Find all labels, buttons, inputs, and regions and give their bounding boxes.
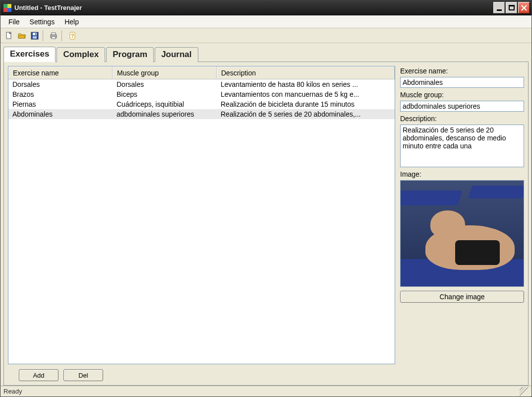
tab-journal[interactable]: Journal — [155, 47, 198, 62]
tab-pane-exercises: Exercise name Muscle group Description D… — [3, 62, 529, 386]
print-button[interactable] — [47, 29, 60, 42]
description-textarea[interactable] — [400, 125, 524, 167]
svg-rect-2 — [7, 8, 11, 12]
menu-file[interactable]: File — [3, 16, 25, 27]
listview-body: DorsalesDorsalesLevantamiento de hasta 8… — [8, 79, 395, 364]
cell-name: Abdominales — [8, 109, 113, 119]
cell-name: Dorsales — [8, 79, 113, 89]
column-header-muscle[interactable]: Muscle group — [113, 66, 217, 79]
open-file-button[interactable] — [15, 29, 28, 42]
svg-rect-7 — [33, 36, 37, 39]
print-icon — [50, 32, 58, 40]
exercise-image — [400, 180, 524, 287]
status-text: Ready — [3, 388, 22, 395]
cell-desc: Levantamiento de hasta 80 kilos en serie… — [217, 79, 395, 89]
details-panel: Exercise name: Muscle group: Description… — [400, 66, 524, 381]
cell-muscle: Cuádriceps, isquitibial — [113, 99, 217, 109]
cell-muscle: Biceps — [113, 89, 217, 99]
table-row[interactable]: Abdominalesadbdominales superioresRealiz… — [8, 109, 395, 119]
help-button[interactable]: ? — [66, 29, 79, 42]
change-image-button[interactable]: Change image — [400, 291, 524, 303]
cell-name: Brazos — [8, 89, 113, 99]
resize-grip-icon[interactable] — [520, 387, 529, 396]
column-header-desc[interactable]: Description — [217, 66, 395, 79]
listview-header: Exercise name Muscle group Description — [8, 66, 395, 79]
save-button[interactable] — [28, 29, 41, 42]
svg-rect-10 — [52, 33, 56, 35]
exercise-name-label: Exercise name: — [400, 67, 524, 75]
description-label: Description: — [400, 115, 524, 123]
toolbar-separator — [61, 30, 64, 41]
toolbar-separator — [43, 30, 46, 41]
exercise-name-input[interactable] — [400, 77, 524, 88]
cell-desc: Realización de 5 series de 20 abdominale… — [217, 109, 395, 119]
app-window: Untitled - TestTrenajer File Settings He… — [0, 0, 532, 397]
menu-help[interactable]: Help — [59, 16, 84, 27]
cell-muscle: Dorsales — [113, 79, 217, 89]
new-file-icon — [5, 32, 13, 40]
muscle-group-input[interactable] — [400, 101, 524, 112]
table-row[interactable]: PiernasCuádriceps, isquitibialRealizació… — [8, 99, 395, 109]
cell-desc: Levantamientos con mancuernas de 5 kg e.… — [217, 89, 395, 99]
tab-strip: Exercises Complex Program Journal — [0, 43, 532, 62]
save-icon — [31, 32, 39, 40]
title-bar: Untitled - TestTrenajer — [0, 0, 532, 15]
app-icon — [3, 4, 11, 12]
open-folder-icon — [18, 32, 26, 40]
menu-bar: File Settings Help — [0, 15, 532, 28]
tab-exercises[interactable]: Exercises — [3, 47, 56, 62]
help-icon: ? — [68, 32, 76, 40]
image-label: Image: — [400, 170, 524, 178]
tab-complex[interactable]: Complex — [57, 47, 105, 62]
svg-rect-8 — [35, 33, 36, 35]
cell-desc: Realización de bicicleta durante 15 minu… — [217, 99, 395, 109]
close-button[interactable] — [518, 2, 530, 13]
svg-rect-11 — [52, 37, 56, 39]
table-row[interactable]: DorsalesDorsalesLevantamiento de hasta 8… — [8, 79, 395, 89]
list-button-row: Add Del — [8, 364, 395, 381]
svg-rect-1 — [3, 4, 7, 8]
muscle-group-label: Muscle group: — [400, 91, 524, 99]
exercise-list-area: Exercise name Muscle group Description D… — [8, 66, 395, 381]
minimize-button[interactable] — [493, 2, 505, 13]
cell-name: Piernas — [8, 99, 113, 109]
table-row[interactable]: BrazosBicepsLevantamientos con mancuerna… — [8, 89, 395, 99]
del-button[interactable]: Del — [63, 369, 103, 381]
toolbar: ? — [0, 28, 532, 43]
menu-settings[interactable]: Settings — [25, 16, 60, 27]
svg-text:?: ? — [71, 33, 74, 39]
add-button[interactable]: Add — [19, 369, 59, 381]
tab-program[interactable]: Program — [106, 47, 154, 62]
status-bar: Ready — [0, 386, 532, 397]
cell-muscle: adbdominales superiores — [113, 109, 217, 119]
column-header-name[interactable]: Exercise name — [8, 66, 113, 79]
svg-rect-3 — [7, 4, 11, 8]
exercise-listview[interactable]: Exercise name Muscle group Description D… — [8, 66, 395, 364]
maximize-button[interactable] — [506, 2, 517, 13]
window-title: Untitled - TestTrenajer — [14, 4, 82, 11]
new-file-button[interactable] — [2, 29, 15, 42]
